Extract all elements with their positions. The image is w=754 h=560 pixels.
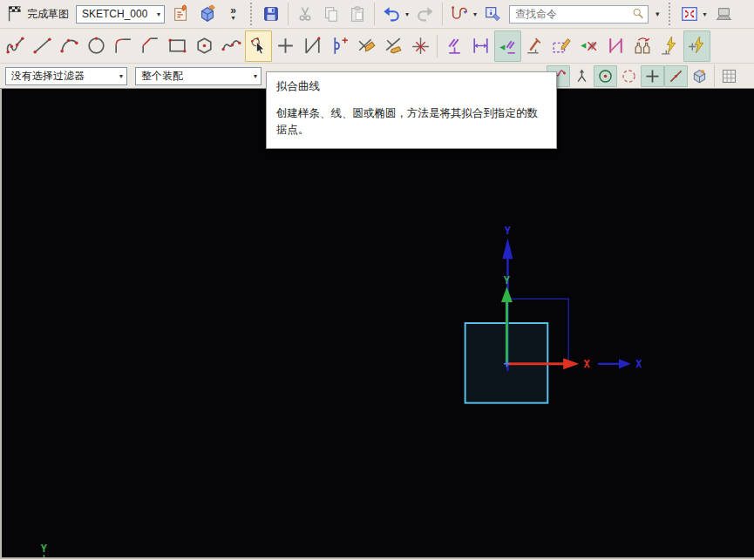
selection-scope-dropdown[interactable]: 整个装配 ▾ — [135, 67, 262, 85]
chamfer-tool[interactable] — [137, 30, 164, 62]
finish-sketch-button[interactable]: 完成草图 — [3, 3, 71, 26]
snap-intersection-icon — [643, 67, 662, 85]
display-constraints-icon — [497, 35, 519, 57]
constraint-tool-icon — [524, 35, 546, 57]
snap-point-on-curve-toggle[interactable] — [664, 65, 688, 87]
redo-button[interactable] — [413, 3, 438, 26]
orient-view-button[interactable] — [195, 3, 220, 26]
fit-curve-tooltip: 拟合曲线 创建样条、线、圆或椭圆，方法是将其拟合到指定的数据点。 — [266, 71, 557, 149]
point-tool[interactable] — [272, 30, 299, 62]
snap-point-on-curve-icon — [667, 67, 685, 85]
graphics-viewport[interactable]: Y Y X X Y — [0, 89, 754, 559]
grid-btn-icon — [720, 67, 738, 85]
cut-button[interactable] — [293, 3, 317, 26]
snap-midpoint-toggle[interactable] — [570, 65, 594, 87]
chevron-down-icon: ▾ — [405, 10, 409, 18]
quick-extend-tool[interactable] — [380, 30, 407, 62]
chevron-down-icon: ▾ — [119, 72, 123, 80]
show-remove-constraints-tool[interactable] — [656, 30, 683, 62]
make-corner-tool[interactable] — [407, 30, 434, 62]
studio-spline-tool[interactable] — [218, 30, 245, 62]
toolbar-separator — [374, 3, 375, 25]
geometric-constraints-icon — [443, 35, 465, 57]
copy-button[interactable] — [319, 3, 343, 26]
snap-quadrant-toggle[interactable] — [617, 65, 641, 87]
search-mag-icon — [631, 7, 645, 21]
window-button[interactable] — [711, 3, 736, 26]
quick-trim-tool[interactable] — [353, 30, 380, 62]
fillet-icon — [112, 35, 134, 57]
sketch-toolbar — [0, 29, 754, 64]
undo-button[interactable]: ▾ — [379, 3, 411, 26]
derived-line-tool[interactable] — [299, 30, 326, 62]
spline-history-button[interactable]: ▾ — [447, 3, 479, 26]
sketch-scene: Y Y X X Y — [2, 89, 754, 557]
sketch-y-label: Y — [504, 274, 511, 287]
fit-view-button[interactable]: ▾ — [677, 3, 710, 26]
fillet-tool[interactable] — [110, 30, 137, 62]
display-sketch-constraints-toggle[interactable] — [494, 30, 521, 62]
sketch-name-dropdown[interactable]: SKETCH_000▾ — [76, 5, 165, 24]
selection-filter-dropdown[interactable]: 没有选择过滤器 ▾ — [5, 67, 127, 85]
no-inferred-constraints-toggle[interactable] — [575, 30, 602, 62]
tooltip-body: 创建样条、线、圆或椭圆，方法是将其拟合到指定的数据点。 — [276, 105, 547, 139]
convert-to-reference-tool[interactable] — [548, 30, 575, 62]
line-tool[interactable] — [29, 30, 56, 62]
top-toolbar: 完成草图SKETCH_000▾»▾▾▾▾▾ — [0, 0, 754, 29]
toolbar-grip[interactable] — [250, 3, 254, 25]
animate-dimension-tool[interactable] — [602, 30, 629, 62]
toolbar-separator — [714, 64, 715, 87]
circle-tool[interactable] — [83, 30, 110, 62]
angle-constraint-tool[interactable] — [521, 30, 548, 62]
chevron-down-icon: ▾ — [473, 10, 477, 18]
fit-view-icon — [680, 4, 699, 24]
curve-u-icon — [450, 4, 469, 24]
rapid-dimension-tool[interactable] — [467, 30, 494, 62]
note-button[interactable] — [481, 3, 506, 26]
sketch-settings-button[interactable] — [169, 3, 194, 26]
sketch-update-icon — [172, 4, 191, 24]
fit-curve-tool[interactable] — [245, 30, 272, 62]
paste-icon — [348, 4, 367, 24]
selection-filter-value: 没有选择过滤器 — [11, 69, 85, 84]
mirror-curve-tool[interactable] — [629, 30, 656, 62]
arc-tool[interactable] — [56, 30, 83, 62]
solid-snap-button[interactable] — [688, 65, 711, 87]
profile-tool[interactable] — [2, 30, 29, 62]
auto-constrain-toggle[interactable] — [683, 30, 710, 62]
find-command-box — [509, 5, 649, 24]
snap-center-toggle[interactable] — [594, 65, 617, 87]
arc-icon — [58, 35, 80, 57]
toolbar-separator — [437, 35, 438, 57]
grid-button[interactable] — [717, 65, 741, 87]
save-icon — [262, 4, 281, 24]
chevron-down-icon: ▾ — [231, 15, 234, 22]
rectangle-tool[interactable] — [164, 30, 191, 62]
auto-constrain-icon — [686, 35, 708, 57]
find-command-input[interactable] — [515, 8, 631, 20]
polygon-tool[interactable] — [191, 30, 218, 62]
save-button[interactable] — [259, 3, 283, 26]
chevron-more-icon: » — [230, 7, 236, 14]
circle-icon — [85, 35, 107, 57]
undo-icon — [382, 4, 401, 24]
convert-reference-icon — [551, 35, 573, 57]
redo-icon — [416, 4, 435, 24]
profile-icon — [4, 35, 26, 57]
geometric-constraints-tool[interactable] — [440, 30, 467, 62]
snap-intersection-toggle[interactable] — [641, 65, 664, 87]
csys-cube-icon — [198, 4, 217, 24]
toolbar-grip[interactable] — [669, 3, 672, 25]
chevron-down-icon[interactable]: ▾ — [656, 10, 660, 18]
chevron-down-icon: ▾ — [157, 10, 160, 18]
toolbar-separator — [288, 3, 289, 25]
pattern-curve-tool[interactable] — [326, 30, 353, 62]
datum-x-axis[interactable]: X — [598, 358, 642, 370]
paste-button[interactable] — [345, 3, 370, 26]
flag-checkered-icon — [5, 4, 24, 24]
show-remove-constraints-icon — [659, 35, 681, 57]
chamfer-icon — [139, 35, 161, 57]
point-icon — [275, 35, 296, 57]
toolbar-overflow-button[interactable]: »▾ — [221, 3, 245, 26]
snap-midpoint-icon — [573, 67, 591, 85]
